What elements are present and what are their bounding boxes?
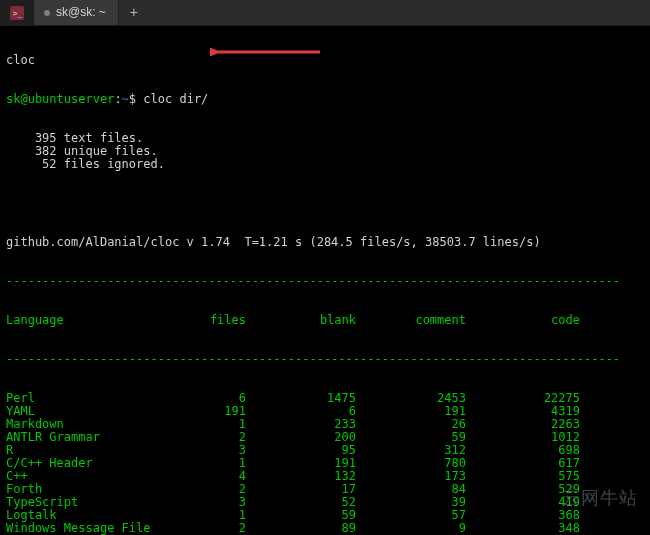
table-row: TypeScript35239419 [6, 496, 644, 509]
summary-block: 395 text files. 382 unique files. 52 fil… [6, 132, 644, 171]
cell-comment: 84 [356, 483, 466, 496]
cell-blank: 200 [246, 431, 356, 444]
cell-language: TypeScript [6, 496, 186, 509]
cell-blank: 1475 [246, 392, 356, 405]
cell-blank: 132 [246, 470, 356, 483]
plus-icon: + [130, 6, 138, 19]
cell-language: Markdown [6, 418, 186, 431]
cell-comment: 9 [356, 522, 466, 535]
tab-indicator [44, 10, 50, 16]
cell-language: C/C++ Header [6, 457, 186, 470]
table-row: ANTLR Grammar2200591012 [6, 431, 644, 444]
hdr-files: files [186, 314, 246, 327]
cell-blank: 59 [246, 509, 356, 522]
dash-line-mid: ----------------------------------------… [6, 353, 644, 366]
table-row: Forth21784529 [6, 483, 644, 496]
cell-files: 3 [186, 496, 246, 509]
cell-comment: 173 [356, 470, 466, 483]
hdr-language: Language [6, 314, 186, 327]
cell-files: 1 [186, 418, 246, 431]
cell-comment: 39 [356, 496, 466, 509]
cell-files: 2 [186, 522, 246, 535]
svg-text:>_: >_ [13, 8, 23, 17]
cell-files: 191 [186, 405, 246, 418]
cell-files: 2 [186, 431, 246, 444]
prompt-userhost: sk@ubuntuserver [6, 92, 114, 106]
meta-line: github.com/AlDanial/cloc v 1.74 T=1.21 s… [6, 236, 644, 249]
table-row: Perl61475245322275 [6, 392, 644, 405]
command-text: cloc dir/ [143, 92, 208, 106]
table-row: Markdown1233262263 [6, 418, 644, 431]
prompt-line: sk@ubuntuserver:~$ cloc dir/ [6, 93, 644, 106]
cell-files: 2 [186, 483, 246, 496]
dash-line-top: ----------------------------------------… [6, 275, 644, 288]
summary-line: 52 files ignored. [6, 158, 644, 171]
table-row: C++4132173575 [6, 470, 644, 483]
cell-comment: 26 [356, 418, 466, 431]
terminal-output: cloc sk@ubuntuserver:~$ cloc dir/ 395 te… [0, 26, 650, 535]
cell-language: Windows Message File [6, 522, 186, 535]
tab-terminal[interactable]: sk@sk: ~ [34, 0, 119, 25]
cell-language: Perl [6, 392, 186, 405]
table-row: R395312698 [6, 444, 644, 457]
new-tab-button[interactable]: + [119, 0, 149, 25]
cell-language: Logtalk [6, 509, 186, 522]
table-row: C/C++ Header1191780617 [6, 457, 644, 470]
cell-files: 3 [186, 444, 246, 457]
cell-language: R [6, 444, 186, 457]
table-header-row: Language files blank comment code [6, 314, 644, 327]
tab-bar: >_ sk@sk: ~ + [0, 0, 650, 26]
cell-blank: 52 [246, 496, 356, 509]
cell-language: YAML [6, 405, 186, 418]
hdr-code: code [466, 314, 586, 327]
app-icon: >_ [0, 0, 34, 25]
terminal-icon: >_ [10, 6, 24, 20]
table-body: Perl61475245322275YAML19161914319Markdow… [6, 392, 644, 535]
cell-language: ANTLR Grammar [6, 431, 186, 444]
table-row: Logtalk15957368 [6, 509, 644, 522]
cell-files: 1 [186, 457, 246, 470]
table-row: YAML19161914319 [6, 405, 644, 418]
hdr-comment: comment [356, 314, 466, 327]
line-cloc: cloc [6, 54, 644, 67]
cell-files: 1 [186, 509, 246, 522]
hdr-blank: blank [246, 314, 356, 327]
tab-title: sk@sk: ~ [56, 6, 106, 19]
cell-comment: 191 [356, 405, 466, 418]
cell-files: 4 [186, 470, 246, 483]
cell-blank: 17 [246, 483, 356, 496]
cell-language: C++ [6, 470, 186, 483]
cell-comment: 57 [356, 509, 466, 522]
table-row: Windows Message File2899348 [6, 522, 644, 535]
cell-language: Forth [6, 483, 186, 496]
